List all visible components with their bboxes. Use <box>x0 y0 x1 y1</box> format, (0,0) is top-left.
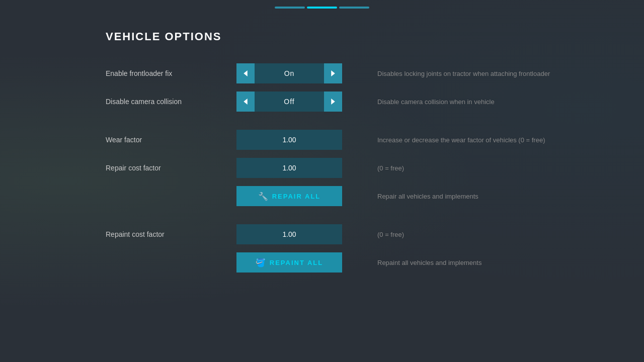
repair-all-description: Repair all vehicles and implements <box>377 193 478 200</box>
repair-cost-description: (0 = free) <box>377 164 404 172</box>
frontloader-control: On <box>236 63 342 83</box>
option-row-repaint-all: 🪣 REPAINT ALL Repaint all vehicles and i… <box>106 248 644 277</box>
option-row-repair-all: 🔧 REPAIR ALL Repair all vehicles and imp… <box>106 182 644 210</box>
camera-description: Disable camera collision when in vehicle <box>377 98 495 106</box>
repaint-cost-description: (0 = free) <box>377 231 404 238</box>
options-container: Enable frontloader fix On Disables locki… <box>106 59 644 277</box>
repair-cost-label: Repair cost factor <box>106 164 236 172</box>
repair-all-label: REPAIR ALL <box>272 193 321 200</box>
camera-arrow-left[interactable] <box>236 92 255 112</box>
camera-control: Off <box>236 92 342 112</box>
frontloader-arrow-left[interactable] <box>236 63 255 83</box>
frontloader-value: On <box>255 63 324 83</box>
left-chevron-icon <box>244 99 248 105</box>
repaint-cost-label: Repaint cost factor <box>106 230 236 238</box>
section-title: VEHICLE OPTIONS <box>106 30 644 43</box>
wear-value[interactable]: 1.00 <box>236 130 342 150</box>
repair-cost-control: 1.00 <box>236 158 342 178</box>
spacer-1 <box>106 116 644 126</box>
repaint-all-label: REPAINT ALL <box>270 259 324 266</box>
repair-all-control: 🔧 REPAIR ALL <box>236 186 342 206</box>
left-chevron-icon <box>244 70 248 76</box>
camera-label: Disable camera collision <box>106 98 236 106</box>
repair-all-button[interactable]: 🔧 REPAIR ALL <box>236 186 342 206</box>
paint-icon: 🪣 <box>256 258 266 267</box>
camera-toggle: Off <box>236 92 342 112</box>
wear-label: Wear factor <box>106 136 236 144</box>
frontloader-label: Enable frontloader fix <box>106 69 236 77</box>
option-row-repaint-cost: Repaint cost factor 1.00 (0 = free) <box>106 220 644 248</box>
camera-value: Off <box>255 92 324 112</box>
frontloader-description: Disables locking joints on tractor when … <box>377 70 550 77</box>
wear-description: Increase or decrease the wear factor of … <box>377 136 545 144</box>
main-content: VEHICLE OPTIONS Enable frontloader fix O… <box>0 0 644 277</box>
right-chevron-icon <box>331 70 335 76</box>
frontloader-toggle: On <box>236 63 342 83</box>
repaint-cost-value[interactable]: 1.00 <box>236 224 342 244</box>
option-row-frontloader: Enable frontloader fix On Disables locki… <box>106 59 644 87</box>
repaint-all-description: Repaint all vehicles and implements <box>377 259 481 266</box>
repaint-all-button[interactable]: 🪣 REPAINT ALL <box>236 252 342 273</box>
repair-icon: 🔧 <box>258 192 268 201</box>
wear-control: 1.00 <box>236 130 342 150</box>
spacer-2 <box>106 210 644 220</box>
right-chevron-icon <box>331 99 335 105</box>
option-row-repair-cost: Repair cost factor 1.00 (0 = free) <box>106 154 644 182</box>
repaint-cost-control: 1.00 <box>236 224 342 244</box>
option-row-wear: Wear factor 1.00 Increase or decrease th… <box>106 126 644 154</box>
option-row-camera: Disable camera collision Off Disable cam… <box>106 87 644 116</box>
camera-arrow-right[interactable] <box>324 92 342 112</box>
repair-cost-value[interactable]: 1.00 <box>236 158 342 178</box>
repaint-all-control: 🪣 REPAINT ALL <box>236 252 342 273</box>
frontloader-arrow-right[interactable] <box>324 63 342 83</box>
